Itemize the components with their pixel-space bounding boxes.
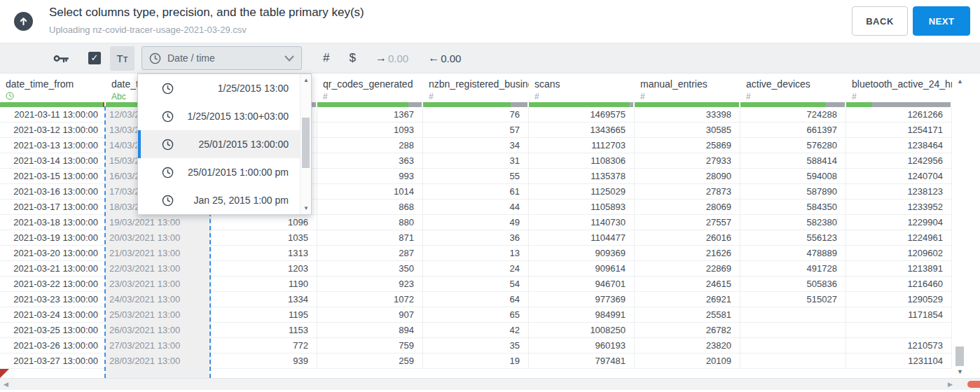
dropdown-option[interactable]: Jan 25, 2015 1:00 pm bbox=[138, 186, 311, 214]
cell[interactable]: 1105893 bbox=[529, 200, 635, 215]
cell[interactable]: 993 bbox=[317, 169, 423, 184]
cell[interactable]: 724288 bbox=[740, 107, 846, 122]
cell[interactable]: 2021-03-14 13:00:00 bbox=[0, 153, 106, 169]
vertical-scrollbar[interactable]: ▲ ▼ bbox=[955, 75, 965, 378]
cell[interactable]: 587890 bbox=[740, 184, 846, 200]
cell[interactable]: 21/03/2021 13:00 bbox=[106, 246, 212, 261]
cell[interactable]: 28/03/2021 13:00 bbox=[106, 354, 212, 369]
back-button[interactable]: BACK bbox=[852, 6, 908, 36]
cell[interactable]: 1233952 bbox=[846, 200, 952, 215]
cell[interactable]: 868 bbox=[317, 200, 423, 215]
cell[interactable]: 871 bbox=[317, 230, 423, 246]
cell[interactable]: 2021-03-13 13:00:00 bbox=[0, 138, 106, 153]
cell[interactable]: 19/03/2021 13:00 bbox=[106, 215, 212, 230]
cell[interactable]: 1229904 bbox=[846, 215, 952, 230]
cell[interactable]: 2021-03-11 13:00:00 bbox=[0, 107, 106, 122]
cell[interactable]: 1261266 bbox=[846, 107, 952, 122]
cell[interactable]: 759 bbox=[317, 338, 423, 354]
cell[interactable]: 1108306 bbox=[529, 153, 635, 169]
cell[interactable]: 894 bbox=[317, 323, 423, 338]
cell[interactable]: 20109 bbox=[635, 354, 740, 369]
cell[interactable] bbox=[846, 323, 952, 338]
cell[interactable]: 2021-03-27 13:00:00 bbox=[0, 354, 106, 369]
cell[interactable]: 1096 bbox=[212, 215, 317, 230]
cell[interactable]: 65 bbox=[423, 307, 529, 323]
cell[interactable]: 76 bbox=[423, 107, 529, 122]
cell[interactable]: 1190 bbox=[212, 276, 317, 292]
cell[interactable]: 54 bbox=[423, 276, 529, 292]
cell[interactable]: 2021-03-23 13:00:00 bbox=[0, 292, 106, 307]
cell[interactable]: 2021-03-21 13:00:00 bbox=[0, 261, 106, 276]
dropdown-scrollbar[interactable]: ▲ ▼ bbox=[300, 74, 311, 214]
cell[interactable]: 55 bbox=[423, 169, 529, 184]
cell[interactable]: 1209602 bbox=[846, 246, 952, 261]
cell[interactable]: 26782 bbox=[635, 323, 740, 338]
cell[interactable]: 1216460 bbox=[846, 276, 952, 292]
cell[interactable]: 49 bbox=[423, 215, 529, 230]
cell[interactable]: 24615 bbox=[635, 276, 740, 292]
cell[interactable]: 13 bbox=[423, 246, 529, 261]
cell[interactable]: 21626 bbox=[635, 246, 740, 261]
number-type-button[interactable]: # bbox=[323, 51, 329, 65]
cell[interactable]: 1195 bbox=[212, 307, 317, 323]
scroll-left-icon[interactable]: ◀ bbox=[4, 381, 8, 388]
cell[interactable]: 1072 bbox=[317, 292, 423, 307]
cell[interactable]: 1224961 bbox=[846, 230, 952, 246]
cell[interactable]: 1254171 bbox=[846, 122, 952, 138]
currency-type-button[interactable]: $ bbox=[349, 51, 355, 65]
column-header-active_devices[interactable]: active_devices# bbox=[740, 74, 846, 102]
cell[interactable]: 2021-03-20 13:00:00 bbox=[0, 246, 106, 261]
horizontal-scrollbar-thumb[interactable] bbox=[967, 381, 980, 388]
cell[interactable]: 977369 bbox=[529, 292, 635, 307]
cell[interactable]: 1242956 bbox=[846, 153, 952, 169]
scroll-right-icon[interactable]: ▶ bbox=[948, 381, 953, 388]
next-button[interactable]: NEXT bbox=[913, 6, 970, 36]
cell[interactable]: 1008250 bbox=[529, 323, 635, 338]
dropdown-option[interactable]: 1/25/2015 13:00+03:00 bbox=[138, 102, 311, 130]
cell[interactable]: 576280 bbox=[740, 138, 846, 153]
scroll-up-icon[interactable]: ▲ bbox=[955, 78, 965, 85]
cell[interactable]: 2021-03-18 13:00:00 bbox=[0, 215, 106, 230]
cell[interactable]: 1367 bbox=[317, 107, 423, 122]
cell[interactable]: 1210573 bbox=[846, 338, 952, 354]
cell[interactable]: 960193 bbox=[529, 338, 635, 354]
cell[interactable]: 1238464 bbox=[846, 138, 952, 153]
dropdown-option[interactable]: 1/25/2015 13:00 bbox=[138, 74, 311, 102]
cell[interactable]: 61 bbox=[423, 184, 529, 200]
cell[interactable]: 25869 bbox=[635, 138, 740, 153]
cell[interactable]: 1334 bbox=[212, 292, 317, 307]
cell[interactable]: 2021-03-16 13:00:00 bbox=[0, 184, 106, 200]
cell[interactable]: 923 bbox=[317, 276, 423, 292]
cell[interactable]: 1238123 bbox=[846, 184, 952, 200]
cell[interactable]: 2021-03-17 13:00:00 bbox=[0, 200, 106, 215]
cell[interactable]: 35 bbox=[423, 338, 529, 354]
date-format-select[interactable]: Date / time bbox=[142, 46, 302, 70]
cell[interactable]: 909369 bbox=[529, 246, 635, 261]
cell[interactable]: 288 bbox=[317, 138, 423, 153]
cell[interactable]: 23/03/2021 13:00 bbox=[106, 276, 212, 292]
cell[interactable]: 1125029 bbox=[529, 184, 635, 200]
column-header-qr_codes_generated[interactable]: qr_codes_generated# bbox=[317, 74, 423, 102]
dropdown-option[interactable]: 25/01/2015 1:00:00 pm bbox=[138, 158, 311, 186]
cell[interactable]: 26016 bbox=[635, 230, 740, 246]
cell[interactable] bbox=[740, 354, 846, 369]
cell[interactable]: 1112703 bbox=[529, 138, 635, 153]
cell[interactable]: 23820 bbox=[635, 338, 740, 354]
cell[interactable]: 27933 bbox=[635, 153, 740, 169]
cell[interactable]: 1313 bbox=[212, 246, 317, 261]
cell[interactable]: 350 bbox=[317, 261, 423, 276]
cell[interactable]: 26921 bbox=[635, 292, 740, 307]
cell[interactable]: 28069 bbox=[635, 200, 740, 215]
cell[interactable]: 1153 bbox=[212, 323, 317, 338]
cell[interactable]: 1104477 bbox=[529, 230, 635, 246]
horizontal-scrollbar[interactable]: ◀ ▶ bbox=[0, 378, 980, 390]
cell[interactable]: 287 bbox=[317, 246, 423, 261]
cell[interactable]: 588414 bbox=[740, 153, 846, 169]
cell[interactable]: 57 bbox=[423, 122, 529, 138]
increase-precision-button[interactable]: ← 0.00 bbox=[428, 52, 461, 64]
cell[interactable]: 2021-03-12 13:00:00 bbox=[0, 122, 106, 138]
cell[interactable]: 1203 bbox=[212, 261, 317, 276]
cell[interactable]: 984991 bbox=[529, 307, 635, 323]
cell[interactable]: 2021-03-26 13:00:00 bbox=[0, 338, 106, 354]
cell[interactable]: 907 bbox=[317, 307, 423, 323]
